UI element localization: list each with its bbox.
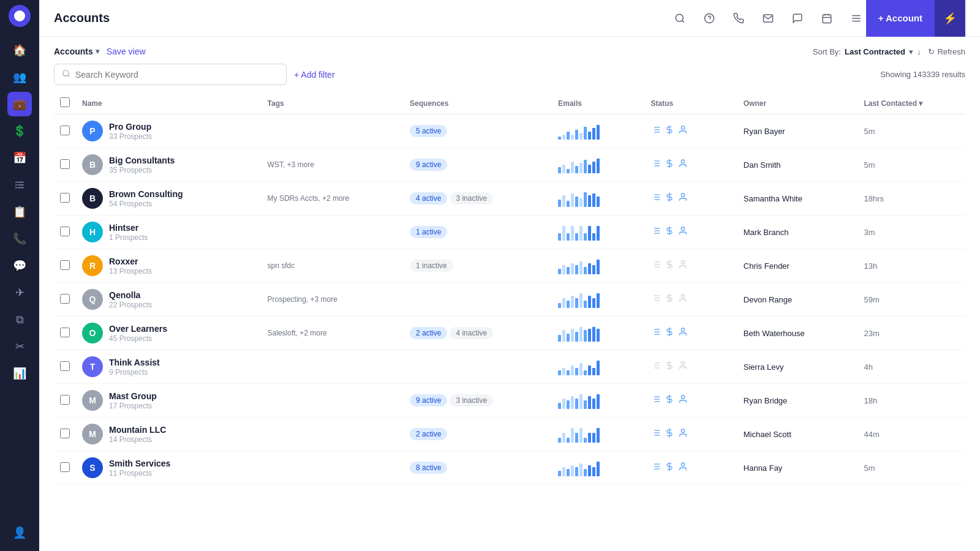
row-checkbox[interactable] [60,260,70,270]
account-name[interactable]: Think Assist [109,358,160,367]
email-bar [584,233,587,241]
account-name[interactable]: Mountain LLC [109,425,166,435]
email-bar [597,329,600,342]
email-bar [558,269,561,274]
account-name[interactable]: Over Learners [109,324,167,334]
row-checkbox[interactable] [60,294,70,304]
table-row: R Roxxer 13 Prospects spn sfdc1 inactive… [54,249,965,283]
email-bar [558,200,561,207]
account-emails-chart [552,350,644,384]
chevron-down-icon: ▾ [96,47,99,56]
sidebar-item-home[interactable]: 🏠 [7,38,32,62]
active-badge: 9 active [410,159,447,171]
accounts-dropdown[interactable]: Accounts ▾ [54,47,99,56]
chat-icon[interactable] [788,9,807,28]
email-bar [597,226,600,241]
menu-icon[interactable] [846,9,866,28]
status-person-icon [678,327,688,339]
col-header-last-contacted[interactable]: Last Contacted ▾ [858,92,965,114]
accounts-table: Name Tags Sequences Emails Status Owner … [54,92,965,485]
sidebar-item-profile[interactable]: 👤 [7,520,32,545]
status-person-icon [678,361,688,373]
row-checkbox[interactable] [60,429,70,438]
row-checkbox[interactable] [60,328,70,337]
email-bar [558,403,561,409]
add-account-button[interactable]: + Account [866,0,935,37]
status-dollar-icon [665,226,674,238]
sidebar-item-deals[interactable]: 💲 [7,119,32,143]
account-name-cell: M Mast Group 17 Prospects [82,390,255,411]
select-all-checkbox[interactable] [60,97,70,107]
sidebar-item-lists[interactable]: 📋 [7,200,32,224]
status-list-icon [651,192,661,204]
row-checkbox[interactable] [60,227,70,236]
add-filter-button[interactable]: + Add filter [294,70,335,80]
sidebar-item-send[interactable]: ✈ [7,280,32,305]
email-bar [579,363,582,375]
account-name-cell: B Big Consultants 35 Prospects [82,154,255,175]
account-sequences: 1 inactive [404,249,552,283]
sort-by-control[interactable]: Sort By: Last Contracted ▾ ↓ [813,47,921,56]
sidebar-item-people[interactable]: 👥 [7,65,32,89]
help-icon[interactable] [699,9,719,28]
account-status [645,114,737,148]
svg-point-79 [681,362,684,365]
page-title: Accounts [54,11,670,25]
account-name[interactable]: Big Consultants [109,156,175,165]
account-name[interactable]: Qenolla [109,290,152,300]
account-owner: Ryan Bayer [737,114,858,148]
inactive-badge: 1 inactive [410,260,453,272]
row-checkbox[interactable] [60,395,70,405]
email-bar [567,233,570,241]
search-icon[interactable] [670,9,690,28]
svg-point-87 [681,395,684,399]
sidebar-item-calendar[interactable]: 📅 [7,146,32,170]
status-icons [651,293,731,305]
lightning-button[interactable]: ⚡ [935,0,965,37]
email-bar [571,465,574,476]
sidebar-item-tasks[interactable] [7,173,32,197]
active-badge: 2 active [410,327,447,339]
inactive-badge: 3 inactive [450,192,493,204]
account-owner: Samantha White [737,182,858,216]
phone-icon[interactable] [729,9,748,28]
row-checkbox[interactable] [60,193,70,203]
sidebar-item-scissors[interactable]: ✂ [7,334,32,359]
account-name[interactable]: Pro Group [109,122,152,132]
app-logo[interactable] [9,5,31,27]
account-tags [262,114,404,148]
account-last-contacted: 5m [858,148,965,182]
account-name[interactable]: Hintser [109,223,148,233]
email-bar [567,132,570,140]
row-checkbox[interactable] [60,126,70,135]
account-prospects: 33 Prospects [109,132,152,141]
account-prospects: 14 Prospects [109,435,166,444]
account-name[interactable]: Brown Consulting [109,189,183,199]
account-owner: Ryan Bridge [737,384,858,418]
account-emails-chart [552,418,644,451]
row-checkbox[interactable] [60,361,70,371]
save-view-button[interactable]: Save view [107,47,146,56]
row-checkbox[interactable] [60,462,70,472]
account-name[interactable]: Mast Group [109,391,157,401]
calendar-icon[interactable] [817,9,837,28]
account-name[interactable]: Smith Services [109,459,170,468]
sidebar-item-templates[interactable]: ⧉ [7,307,32,332]
account-name-cell: H Hintser 1 Prospects [82,222,255,242]
mail-icon[interactable] [758,9,778,28]
sidebar-item-analytics[interactable]: 📊 [7,361,32,386]
account-tags: Prospecting, +3 more [262,283,404,317]
row-checkbox[interactable] [60,159,70,169]
svg-point-103 [681,463,684,466]
search-input[interactable] [75,70,279,80]
account-name[interactable]: Roxxer [109,257,152,266]
account-status [645,451,737,485]
sidebar-item-accounts[interactable]: 💼 [7,92,32,116]
svg-point-95 [681,429,684,432]
refresh-button[interactable]: ↻ Refresh [928,47,965,56]
email-bar [575,233,578,241]
status-list-icon [651,226,661,238]
email-bar [558,370,561,375]
sidebar-item-messages[interactable]: 💬 [7,253,32,278]
sidebar-item-calls[interactable]: 📞 [7,227,32,251]
